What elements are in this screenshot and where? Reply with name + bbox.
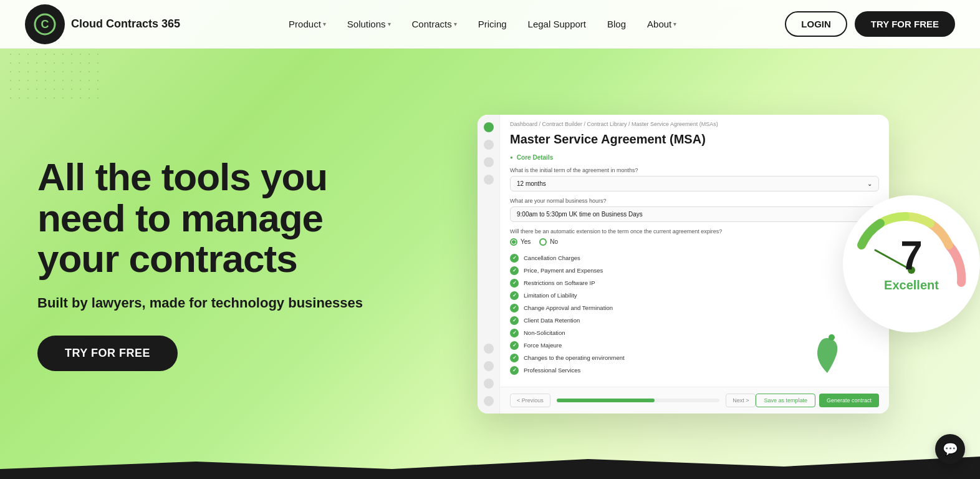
check-icon [510, 304, 519, 312]
svg-point-4 [829, 334, 835, 341]
sidebar-icon[interactable] [484, 396, 494, 406]
sidebar-icon[interactable] [484, 122, 494, 132]
hero-cta-button[interactable]: TRY FOR FREE [37, 336, 178, 371]
check-icon [510, 266, 519, 275]
action-buttons: Save as template Generate contract [756, 394, 879, 407]
sidebar-icon[interactable] [484, 140, 494, 150]
logo[interactable]: C Cloud Contracts 365 [25, 4, 180, 44]
chat-icon: 💬 [943, 442, 958, 457]
bottom-wave [0, 454, 980, 479]
check-icon [510, 279, 519, 288]
nav-buttons: < Previous [510, 394, 550, 407]
hero-section: All the tools you need to manage your co… [0, 0, 980, 479]
radio-dot-no [539, 238, 547, 246]
nav-actions: LOGIN TRY FOR FREE [785, 11, 955, 37]
checklist-item: Price, Payment and Expenses [510, 264, 879, 277]
nav-solutions[interactable]: Solutions ▾ [339, 14, 400, 34]
logo-icon: C [25, 4, 65, 44]
page-title: Master Service Agreement (MSA) [500, 130, 889, 154]
checklist-item: Client Data Retention [510, 314, 879, 327]
checklist-item: Limitation of Liability [510, 289, 879, 302]
hero-content: All the tools you need to manage your co… [0, 90, 980, 438]
form-label-extension: Will there be an automatic extension to … [510, 228, 879, 235]
hero-subtitle: Built by lawyers, made for technology bu… [37, 294, 399, 313]
check-icon [510, 341, 519, 350]
form-group-extension: Will there be an automatic extension to … [510, 228, 879, 246]
breadcrumb: Dashboard / Contract Builder / Contract … [500, 115, 889, 130]
check-icon [510, 354, 519, 362]
check-icon [510, 329, 519, 337]
radio-no[interactable]: No [539, 238, 558, 246]
app-footer: < Previous Next > Save as template Gener… [500, 387, 889, 414]
nav-contracts[interactable]: Contracts ▾ [403, 14, 466, 34]
prev-button[interactable]: < Previous [510, 394, 550, 407]
sidebar-icon[interactable] [484, 344, 494, 354]
hero-right: Dashboard / Contract Builder / Contract … [424, 115, 943, 414]
checklist-item: Change Approval and Termination [510, 302, 879, 314]
chevron-down-icon: ▾ [323, 21, 326, 27]
form-label-term: What is the initial term of the agreemen… [510, 167, 879, 173]
form-group-hours: What are your normal business hours? 9:0… [510, 198, 879, 222]
progress-bar [557, 399, 719, 402]
logo-text: Cloud Contracts 365 [71, 17, 180, 31]
nav-links: Product ▾ Solutions ▾ Contracts ▾ Pricin… [280, 14, 685, 34]
chevron-down-icon: ▾ [454, 21, 457, 27]
nav-about[interactable]: About ▾ [638, 14, 685, 34]
app-sidebar [478, 115, 500, 414]
form-input-term[interactable]: 12 months ⌄ [510, 176, 879, 191]
nav-product[interactable]: Product ▾ [280, 14, 335, 34]
progress-fill [557, 399, 655, 402]
rating-label: Excellent [884, 278, 939, 293]
check-icon [510, 316, 519, 325]
navbar: C Cloud Contracts 365 Product ▾ Solution… [0, 0, 980, 49]
nav-legal-support[interactable]: Legal Support [519, 14, 595, 34]
check-icon [510, 291, 519, 300]
rating-widget: 7 Excellent [843, 195, 980, 332]
nav-pricing[interactable]: Pricing [469, 14, 516, 34]
checklist-item: Restrictions on Software IP [510, 277, 879, 289]
rating-number: 7 [900, 236, 923, 276]
sidebar-icon[interactable] [484, 157, 494, 167]
check-icon [510, 366, 519, 375]
svg-text:C: C [41, 18, 49, 31]
checklist-item: Cancellation Charges [510, 252, 879, 264]
sidebar-icon[interactable] [484, 379, 494, 389]
next-button[interactable]: Next > [726, 394, 756, 407]
save-template-button[interactable]: Save as template [756, 394, 815, 407]
form-group-term: What is the initial term of the agreemen… [510, 167, 879, 191]
chevron-down-icon: ▾ [388, 21, 391, 27]
hero-text: All the tools you need to manage your co… [37, 157, 399, 370]
section-title: Core Details [510, 154, 879, 161]
form-label-hours: What are your normal business hours? [510, 198, 879, 204]
radio-yes[interactable]: Yes [510, 238, 531, 246]
sidebar-icon[interactable] [484, 361, 494, 371]
chevron-down-icon: ⌄ [867, 180, 872, 187]
check-icon [510, 254, 519, 263]
nav-blog[interactable]: Blog [598, 14, 635, 34]
login-button[interactable]: LOGIN [785, 11, 847, 37]
decorative-shape [812, 326, 843, 376]
form-input-hours[interactable]: 9:00am to 5:30pm UK time on Business Day… [510, 206, 879, 222]
generate-contract-button[interactable]: Generate contract [819, 394, 879, 407]
chat-widget-button[interactable]: 💬 [935, 434, 965, 464]
sidebar-icon[interactable] [484, 175, 494, 185]
hero-title: All the tools you need to manage your co… [37, 157, 399, 278]
chevron-down-icon: ▾ [673, 21, 676, 27]
radio-dot-yes [510, 238, 517, 246]
radio-group-extension: Yes No [510, 238, 879, 246]
try-for-free-nav-button[interactable]: TRY FOR FREE [855, 11, 955, 37]
